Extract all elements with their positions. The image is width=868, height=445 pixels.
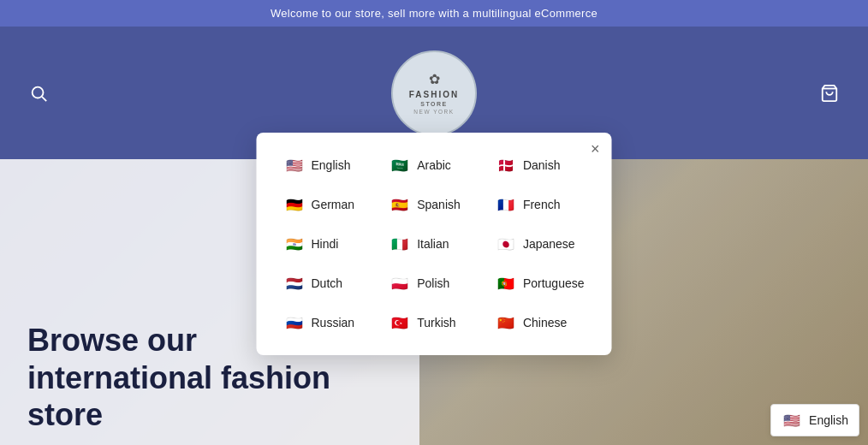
flag-icon-german: 🇩🇪 — [284, 194, 305, 215]
flag-icon-portuguese: 🇵🇹 — [496, 273, 516, 294]
language-option-hindi[interactable]: 🇮🇳Hindi — [277, 228, 378, 259]
flag-icon-polish: 🇵🇱 — [389, 273, 410, 294]
language-option-turkish[interactable]: 🇹🇷Turkish — [383, 307, 484, 338]
language-label: Chinese — [523, 316, 567, 329]
language-label: Arabic — [417, 158, 451, 172]
flag-icon-hindi: 🇮🇳 — [284, 234, 305, 254]
flag-icon-arabic: 🇸🇦 — [389, 155, 410, 175]
language-option-japanese[interactable]: 🇯🇵Japanese — [489, 228, 592, 259]
language-option-russian[interactable]: 🇷🇺Russian — [277, 307, 378, 338]
language-label: Dutch — [312, 276, 343, 290]
language-option-danish[interactable]: 🇩🇰Danish — [489, 150, 592, 181]
language-option-english[interactable]: 🇺🇸English — [277, 150, 378, 181]
language-option-spanish[interactable]: 🇪🇸Spanish — [383, 189, 484, 220]
language-option-italian[interactable]: 🇮🇹Italian — [383, 228, 484, 259]
language-option-dutch[interactable]: 🇳🇱Dutch — [277, 268, 378, 299]
language-option-polish[interactable]: 🇵🇱Polish — [383, 268, 484, 299]
language-label: Japanese — [523, 237, 575, 251]
language-label: Turkish — [417, 316, 455, 329]
flag-icon-chinese: 🇨🇳 — [496, 312, 516, 333]
language-option-arabic[interactable]: 🇸🇦Arabic — [383, 150, 484, 181]
language-label: Spanish — [417, 198, 461, 211]
language-label: Danish — [523, 158, 561, 172]
language-label: Russian — [312, 316, 355, 329]
flag-icon-russian: 🇷🇺 — [284, 312, 305, 333]
language-grid: 🇺🇸English🇸🇦Arabic🇩🇰Danish🇩🇪German🇪🇸Spani… — [277, 150, 592, 338]
language-label: Hindi — [312, 237, 339, 251]
modal-close-button[interactable]: × — [591, 141, 600, 157]
language-option-portuguese[interactable]: 🇵🇹Portuguese — [489, 268, 592, 299]
language-option-french[interactable]: 🇫🇷French — [489, 189, 592, 220]
language-label: Polish — [417, 276, 449, 290]
language-label: French — [523, 198, 561, 211]
flag-icon-spanish: 🇪🇸 — [389, 194, 410, 215]
modal-overlay: × 🇺🇸English🇸🇦Arabic🇩🇰Danish🇩🇪German🇪🇸Spa… — [0, 0, 868, 445]
flag-icon-french: 🇫🇷 — [496, 194, 516, 215]
language-option-chinese[interactable]: 🇨🇳Chinese — [489, 307, 592, 338]
language-label: German — [312, 198, 355, 211]
language-option-german[interactable]: 🇩🇪German — [277, 189, 378, 220]
flag-icon-danish: 🇩🇰 — [496, 155, 516, 175]
language-label: Portuguese — [523, 276, 585, 290]
flag-icon-italian: 🇮🇹 — [389, 234, 410, 254]
language-modal: × 🇺🇸English🇸🇦Arabic🇩🇰Danish🇩🇪German🇪🇸Spa… — [257, 133, 612, 355]
flag-icon-japanese: 🇯🇵 — [496, 234, 516, 254]
flag-icon-english: 🇺🇸 — [284, 155, 305, 175]
language-label: English — [312, 158, 351, 172]
flag-icon-turkish: 🇹🇷 — [389, 312, 410, 333]
language-label: Italian — [417, 237, 449, 251]
flag-icon-dutch: 🇳🇱 — [284, 273, 305, 294]
